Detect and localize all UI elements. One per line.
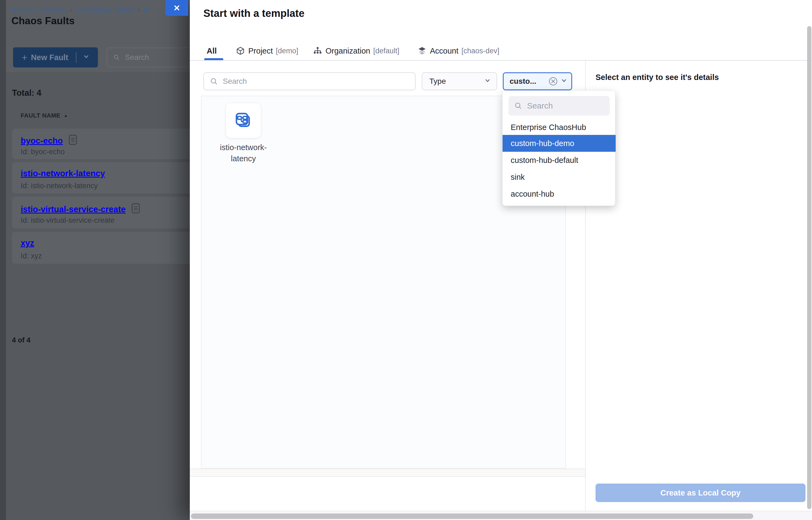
document-icon[interactable] (132, 203, 140, 216)
total-count: Total: 4 (12, 88, 41, 98)
search-icon (210, 77, 218, 86)
page-title: Chaos Faults (11, 15, 75, 27)
template-card-istio-network-latency[interactable] (226, 103, 261, 138)
tab-label: Project (248, 47, 273, 55)
button-divider (76, 52, 76, 63)
fault-name-link[interactable]: istio-network-latency (21, 168, 105, 178)
fault-id: Id: istio-network-latency (21, 182, 98, 190)
search-icon (113, 53, 120, 61)
cube-icon (236, 47, 245, 55)
horizontal-scrollbar-track (190, 511, 812, 520)
chaoshub-filter-value: custo... (509, 77, 536, 86)
pagination-label: 4 of 4 (12, 336, 30, 344)
column-header-label: FAULT NAME (21, 112, 60, 119)
breadcrumb: Account: chaos-dev›Organization: default… (11, 6, 148, 14)
template-icon (234, 111, 253, 130)
close-icon[interactable]: ✕ (165, 0, 188, 16)
vertical-scrollbar-thumb[interactable] (807, 26, 811, 509)
org-chart-icon (313, 47, 322, 55)
chaoshub-dropdown-menu: Enterprise ChaosHub custom-hub-demo cust… (502, 90, 615, 206)
tab-project[interactable]: Project [demo] (236, 44, 298, 58)
template-card-label: istio-network-latency (209, 142, 278, 164)
content-scrollbar-track[interactable] (190, 469, 585, 477)
dropdown-item-custom-hub-default[interactable]: custom-hub-default (502, 152, 615, 168)
template-search-box (203, 72, 416, 90)
active-tab-indicator (204, 58, 223, 60)
new-fault-button[interactable]: + New Fault (13, 47, 98, 68)
column-header-fault-name[interactable]: FAULT NAME▲ (21, 112, 68, 119)
chevron-down-icon (484, 77, 491, 86)
breadcrumb-account-link[interactable]: Account: chaos-dev (11, 6, 67, 14)
tab-scope: [chaos-dev] (462, 47, 500, 55)
chevron-down-icon (560, 77, 568, 86)
fault-name-link[interactable]: xyz (21, 238, 34, 248)
fault-id: Id: byoc-echo (21, 148, 65, 156)
breadcrumb-separator: › (138, 6, 140, 14)
dropdown-item-sink[interactable]: sink (502, 168, 615, 185)
template-search-input[interactable] (222, 77, 415, 86)
dropdown-search-input[interactable] (526, 101, 610, 111)
type-filter-label: Type (429, 77, 446, 86)
tab-label: Account (430, 47, 459, 55)
chevron-down-icon[interactable] (82, 53, 90, 62)
details-empty-message: Select an entity to see it's details (596, 73, 719, 82)
dropdown-item-account-hub[interactable]: account-hub (502, 185, 615, 202)
search-icon (515, 101, 522, 110)
fault-name-link[interactable]: istio-virtual-service-create (21, 205, 126, 214)
tab-label: All (207, 47, 217, 55)
layers-icon (418, 47, 426, 55)
dropdown-search-box (508, 96, 610, 115)
fault-id: Id: xyz (21, 252, 42, 260)
tab-account[interactable]: Account [chaos-dev] (418, 44, 499, 58)
create-as-local-copy-button[interactable]: Create as Local Copy (596, 484, 806, 502)
tab-scope: [demo] (276, 47, 298, 55)
plus-icon: + (22, 52, 27, 63)
fault-id: Id: istio-virtual-service-create (21, 216, 114, 225)
dropdown-item-custom-hub-demo[interactable]: custom-hub-demo (502, 135, 615, 152)
breadcrumb-separator: › (70, 6, 72, 14)
tab-all[interactable]: All (207, 44, 217, 58)
type-filter-select[interactable]: Type (422, 72, 497, 90)
breadcrumb-project-link[interactable]: P (143, 6, 148, 14)
tab-organization[interactable]: Organization [default] (313, 44, 399, 58)
document-icon[interactable] (69, 135, 77, 147)
dropdown-item-enterprise-chaoshub[interactable]: Enterprise ChaosHub (502, 119, 615, 136)
sort-ascending-icon: ▲ (63, 113, 68, 118)
tabs-divider (190, 60, 812, 61)
new-fault-label: New Fault (31, 53, 68, 62)
chaoshub-filter-select[interactable]: custo... (503, 72, 572, 90)
horizontal-scrollbar-thumb[interactable] (191, 514, 753, 519)
clear-filter-icon[interactable] (548, 76, 558, 86)
modal-title: Start with a template (203, 8, 305, 19)
fault-name-link[interactable]: byoc-echo (21, 136, 63, 146)
tab-label: Organization (325, 47, 370, 55)
left-nav-edge (0, 0, 6, 520)
breadcrumb-organization-link[interactable]: Organization: default (76, 6, 134, 14)
start-with-template-modal: Start with a template All Project [demo]… (190, 0, 812, 520)
tab-scope: [default] (373, 47, 399, 55)
